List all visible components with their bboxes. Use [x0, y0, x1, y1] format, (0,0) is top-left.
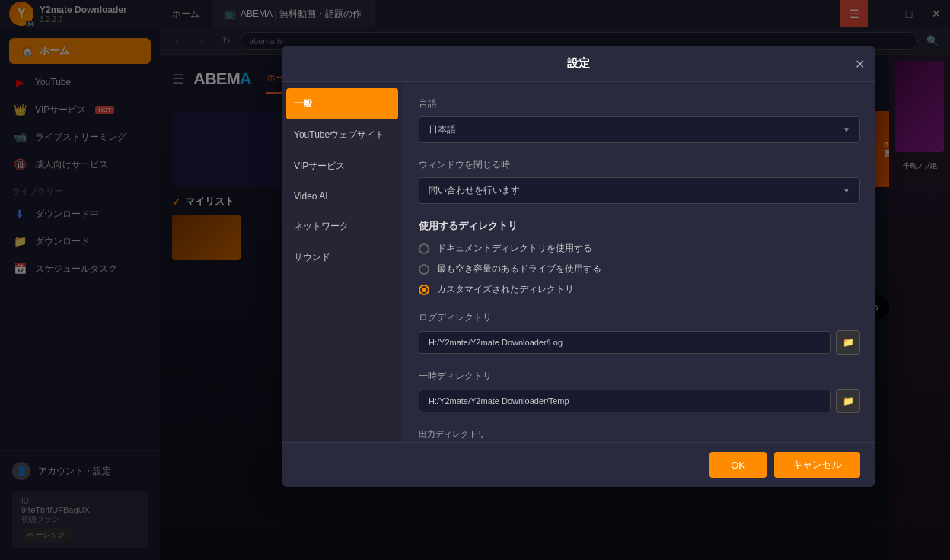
modal-body: 一般 YouTubeウェブサイト VIPサービス Video AI ネットワーク… — [282, 82, 875, 442]
temp-dir-input-group: H:/Y2mate/Y2mate Downloader/Temp 📁 — [419, 389, 860, 413]
modal-nav-youtube[interactable]: YouTubeウェブサイト — [282, 119, 403, 151]
settings-modal: 設定 ✕ 一般 YouTubeウェブサイト VIPサービス Video AI ネ… — [282, 46, 875, 487]
language-select-arrow: ▼ — [843, 126, 850, 134]
radio-documents[interactable]: ドキュメントディレクトリを使用する — [419, 242, 860, 255]
radio-custom-circle — [419, 285, 429, 295]
log-dir-input-group: H:/Y2mate/Y2mate Downloader/Log 📁 — [419, 330, 860, 355]
log-dir-label: ログディレクトリ — [419, 311, 860, 324]
modal-nav-general[interactable]: 一般 — [286, 88, 398, 119]
modal-nav-vip[interactable]: VIPサービス — [282, 151, 403, 182]
modal-title: 設定 — [567, 56, 590, 71]
window-close-select-arrow: ▼ — [843, 186, 850, 195]
log-dir-browse-button[interactable]: 📁 — [836, 330, 860, 355]
temp-dir-group: 一時ディレクトリ H:/Y2mate/Y2mate Downloader/Tem… — [419, 370, 860, 413]
modal-close-button[interactable]: ✕ — [855, 56, 865, 71]
modal-footer: OK キャンセル — [282, 442, 875, 487]
temp-dir-label: 一時ディレクトリ — [419, 370, 860, 383]
radio-custom-label: カスタマイズされたディレクトリ — [437, 283, 574, 296]
modal-content: 言語 日本語 ▼ ウィンドウを閉じる時 問い合わせを行います ▼ — [403, 82, 875, 442]
cancel-button[interactable]: キャンセル — [774, 452, 860, 478]
modal-nav-videoai[interactable]: Video AI — [282, 182, 403, 211]
radio-custom[interactable]: カスタマイズされたディレクトリ — [419, 283, 860, 296]
window-close-select[interactable]: 問い合わせを行います ▼ — [419, 177, 860, 204]
directory-radio-group: ドキュメントディレクトリを使用する 最も空き容量のあるドライブを使用する カスタ… — [419, 242, 860, 296]
radio-most-space-circle — [419, 264, 429, 275]
radio-most-space[interactable]: 最も空き容量のあるドライブを使用する — [419, 262, 860, 275]
directory-section-title: 使用するディレクトリ — [419, 219, 860, 233]
modal-nav-network[interactable]: ネットワーク — [282, 211, 403, 242]
temp-dir-browse-button[interactable]: 📁 — [836, 389, 860, 413]
language-value: 日本語 — [429, 123, 456, 136]
modal-nav-sound[interactable]: サウンド — [282, 242, 403, 273]
language-group: 言語 日本語 ▼ — [419, 97, 860, 143]
temp-dir-input[interactable]: H:/Y2mate/Y2mate Downloader/Temp — [419, 390, 831, 412]
window-close-group: ウィンドウを閉じる時 問い合わせを行います ▼ — [419, 158, 860, 204]
window-close-value: 問い合わせを行います — [429, 184, 520, 197]
language-label: 言語 — [419, 97, 860, 110]
language-select[interactable]: 日本語 ▼ — [419, 116, 860, 143]
window-close-label: ウィンドウを閉じる時 — [419, 158, 860, 171]
directory-group: 使用するディレクトリ ドキュメントディレクトリを使用する 最も空き容量のあるドラ… — [419, 219, 860, 296]
output-dir-label-partial: 出力ディレクトリ — [419, 428, 860, 440]
log-dir-input[interactable]: H:/Y2mate/Y2mate Downloader/Log — [419, 331, 831, 354]
modal-overlay: 設定 ✕ 一般 YouTubeウェブサイト VIPサービス Video AI ネ… — [0, 0, 950, 560]
modal-sidebar: 一般 YouTubeウェブサイト VIPサービス Video AI ネットワーク… — [282, 82, 403, 442]
radio-documents-label: ドキュメントディレクトリを使用する — [437, 242, 592, 255]
ok-button[interactable]: OK — [709, 452, 767, 478]
radio-most-space-label: 最も空き容量のあるドライブを使用する — [437, 262, 601, 275]
radio-documents-circle — [419, 243, 429, 254]
modal-header: 設定 ✕ — [282, 46, 875, 82]
log-dir-group: ログディレクトリ H:/Y2mate/Y2mate Downloader/Log… — [419, 311, 860, 355]
